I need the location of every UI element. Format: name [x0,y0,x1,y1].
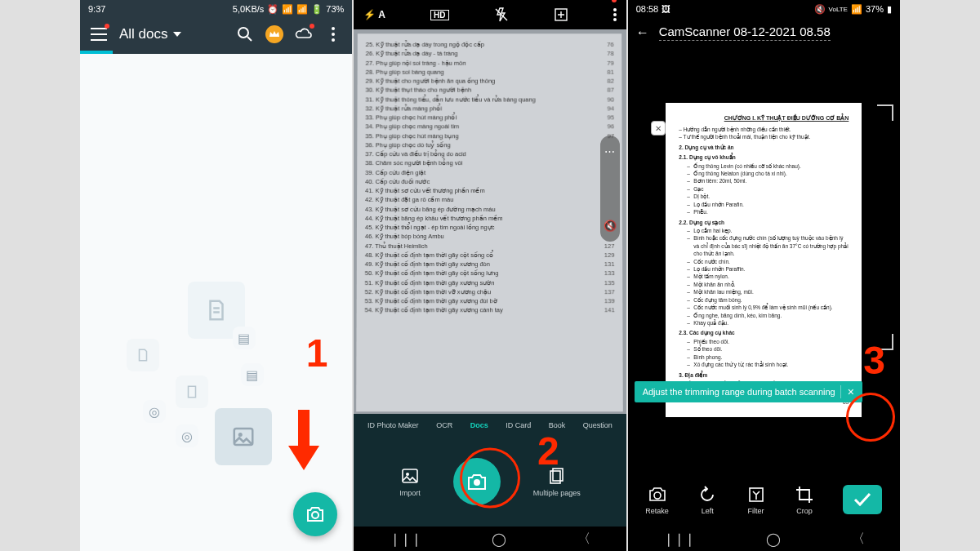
tutorial-step-1: 1 [306,331,328,375]
svg-point-0 [238,28,248,38]
close-hint-button[interactable]: × [840,385,854,398]
rotate-icon [697,485,717,504]
search-icon[interactable] [236,25,254,43]
home-button[interactable]: ◯ [766,531,781,547]
camera-viewfinder[interactable]: 25. Kỹ thuật rửa dạ dày trong ngộ độc cấ… [354,29,626,414]
image-icon [215,408,272,465]
empty-docs-body: ▤ ▤ ◎ ◎ 1 [80,54,352,551]
image-icon [400,466,420,486]
svg-point-6 [238,433,242,437]
android-navbar: ❘❘❘ ◯ 〈 [354,527,626,551]
cloud-sync-icon[interactable] [295,25,313,43]
retake-button[interactable]: Retake [645,485,669,515]
status-bar: 9:37 5,0KB/s ⏰ 📶 📶 🔋 73% [80,0,352,18]
flash-auto-button[interactable]: ⚡A [363,9,385,20]
confirm-button[interactable] [843,485,882,514]
status-time: 08:58 [636,4,659,14]
crop-handle-tr[interactable] [877,104,893,121]
tutorial-step-3: 3 [863,338,885,383]
status-battery: 73% [326,4,344,14]
crop-button[interactable]: Crop [795,485,814,515]
svg-point-13 [406,473,409,476]
volte-icon: VoLTE [829,6,848,13]
empty-state-illustration: ▤ ▤ ◎ ◎ [127,282,306,461]
doc-icon: ◎ [143,400,166,423]
svg-point-11 [613,18,617,21]
enhance-icon[interactable] [554,7,568,22]
mode-tab-docs[interactable]: Docs [470,421,488,429]
recents-button[interactable]: ❘❘❘ [663,531,695,547]
status-bar: 08:58 🖼 🔇 VoLTE 📶 37% ▮ [628,0,900,18]
status-net: 5,0KB/s [233,4,265,14]
delete-page-icon[interactable]: ✕ [651,121,666,136]
rotate-left-button[interactable]: Left [697,485,717,515]
more-dots-icon[interactable]: ⋯ [604,145,615,158]
mode-tab-id-photo-maker[interactable]: ID Photo Maker [368,421,419,429]
svg-point-4 [332,38,335,42]
document-preview: 25. Kỹ thuật rửa dạ dày trong ngộ độc cấ… [357,33,624,411]
import-button[interactable]: Import [399,466,421,497]
menu-icon[interactable] [90,25,108,43]
doc-icon [176,375,208,408]
hint-toast: Adjust the trimming range during batch s… [635,381,862,402]
svg-point-2 [332,27,335,30]
chevron-down-icon [173,32,181,37]
scanned-page-preview: CHƯƠNG I. KỸ THUẬT ĐIỀU DƯỠNG CƠ BẢN– Hư… [666,103,862,417]
back-button[interactable]: ← [636,25,649,40]
wifi-icon: 📶 [296,4,308,15]
svg-point-3 [332,33,335,36]
crop-area[interactable]: ✕ CHƯƠNG I. KỸ THUẬT ĐIỀU DƯỠNG CƠ BẢN– … [628,47,900,473]
filter-button[interactable]: Filter [746,485,766,515]
alarm-icon: ⏰ [267,4,278,15]
crop-icon [795,485,814,504]
screenshot-icon: 🖼 [662,4,670,14]
mute-icon[interactable]: 🔇 [604,220,617,232]
scan-mode-tabs: ID Photo MakerOCRDocsID CardBookQuestion [354,414,626,437]
scan-camera-fab[interactable] [293,492,337,536]
recents-button[interactable]: ❘❘❘ [390,531,421,547]
svg-point-17 [654,492,661,499]
filter-icon [746,485,766,504]
more-icon[interactable] [613,8,617,21]
more-icon[interactable] [324,25,342,43]
svg-point-9 [613,8,617,11]
app-header: All docs [80,18,352,51]
mode-tab-id-card[interactable]: ID Card [506,421,531,429]
signal-icon: 📶 [282,4,293,15]
battery-icon: ▮ [887,4,892,15]
doc-icon: ▤ [233,327,256,349]
android-navbar: ❘❘❘ ◯ 〈 [628,527,900,551]
edit-header: ← CamScanner 08-12-2021 08.58 [628,18,900,47]
document-title[interactable]: CamScanner 08-12-2021 08.58 [659,24,831,41]
tutorial-step-2: 2 [537,429,559,473]
crown-premium-icon[interactable] [265,25,283,43]
vibrate-icon: 🔇 [814,4,826,15]
back-button[interactable]: 〈 [852,531,865,548]
doc-icon: ◎ [176,424,198,447]
battery-icon: 🔋 [311,4,323,15]
home-button[interactable]: ◯ [492,531,506,547]
svg-point-10 [613,13,617,16]
phone-1-all-docs: 9:37 5,0KB/s ⏰ 📶 📶 🔋 73% All docs [80,0,352,551]
tutorial-arrow-icon [288,410,318,473]
signal-icon: 📶 [851,4,862,15]
status-battery: 37% [866,4,884,14]
mode-tab-ocr[interactable]: OCR [436,421,452,429]
camera-icon [648,485,667,504]
phone-2-camera: ⚡A HD 25. Kỹ thuật rửa dạ dày trong ngộ … [354,0,626,551]
status-time: 9:37 [88,4,105,14]
hd-toggle[interactable]: HD [430,10,448,20]
edit-toolbar: Retake Left Filter Crop [628,473,900,527]
back-button[interactable]: 〈 [577,531,590,548]
tutorial-highlight-ring [846,393,895,442]
camera-top-bar: ⚡A HD [354,0,626,29]
capture-bar: 2 Import Multiple pages [354,437,626,527]
tutorial-highlight-ring [460,448,520,509]
doc-icon [127,339,159,371]
side-controls: ⋯ 🔇 [600,136,620,242]
flash-off-icon[interactable] [494,7,509,22]
svg-point-7 [312,512,318,518]
phone-3-crop: 08:58 🖼 🔇 VoLTE 📶 37% ▮ ← CamScanner 08-… [628,0,900,551]
mode-tab-question[interactable]: Question [583,421,612,429]
header-title-dropdown[interactable]: All docs [119,26,181,42]
